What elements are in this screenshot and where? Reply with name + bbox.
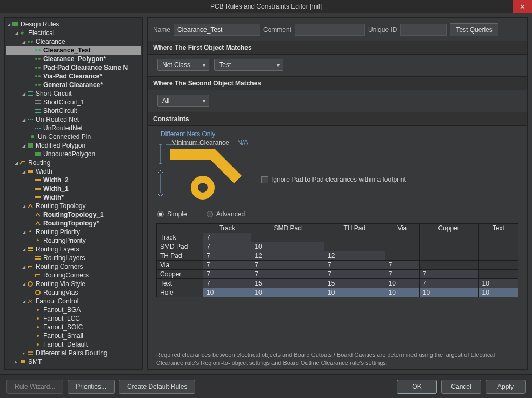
tree-clearance-test[interactable]: Clearance_Test (6, 46, 141, 55)
tree-short-circuit-item[interactable]: ShortCircuit (6, 107, 141, 115)
tree-routing-vias[interactable]: RoutingVias (6, 288, 141, 297)
tree-unrouted-item[interactable]: UnRoutedNet (6, 124, 141, 132)
tree-general-clearance[interactable]: General Clearance* (6, 81, 141, 89)
comment-input[interactable] (295, 24, 365, 36)
apply-button[interactable]: Apply (486, 380, 526, 394)
clearance-diagram: Minimum Clearance N/A (156, 141, 254, 206)
tree-fanout-soic[interactable]: Fanout_SOIC (6, 323, 141, 331)
tree-diff-pairs[interactable]: ▸Differential Pairs Routing (6, 349, 141, 357)
tree-unrouted[interactable]: ◢Un-Routed Net (6, 115, 141, 124)
tree-width-1[interactable]: Width_1 (6, 184, 141, 193)
matrix-empty-cell (419, 242, 478, 251)
tree-routing-topology-1[interactable]: RoutingTopology_1 (6, 210, 141, 219)
mode-simple-radio[interactable]: Simple (157, 210, 187, 218)
footer: Rule Wizard... Priorities... Create Defa… (0, 374, 532, 398)
matrix-cell[interactable]: 7 (203, 251, 251, 261)
matrix-cell[interactable]: 7 (324, 270, 385, 279)
ignore-pad-checkbox[interactable] (261, 176, 268, 183)
svg-point-10 (38, 75, 41, 77)
matrix-row: Via7777 (157, 261, 518, 270)
close-button[interactable]: ✕ (513, 0, 532, 13)
matrix-cell[interactable]: 10 (324, 288, 385, 297)
tree-routing[interactable]: ◢Routing (6, 158, 141, 167)
tree-modified-polygon[interactable]: ◢Modified Polygon (6, 141, 141, 150)
tree-routing-via-style[interactable]: ◢Routing Via Style (6, 280, 141, 288)
tree-width-2[interactable]: Width_2 (6, 176, 141, 184)
svg-point-2 (31, 41, 33, 43)
matrix-cell[interactable]: 7 (419, 279, 478, 288)
name-input[interactable] (174, 24, 260, 36)
tree-clearance[interactable]: ◢Clearance (6, 37, 141, 46)
tree-via-pad[interactable]: Via-Pad Clearance* (6, 72, 141, 81)
unique-id-input[interactable] (400, 24, 447, 36)
cancel-button[interactable]: Cancel (441, 380, 481, 394)
create-default-rules-button[interactable]: Create Default Rules (119, 380, 195, 394)
tree-routing-priority-item[interactable]: RoutingPriority (6, 236, 141, 245)
matrix-cell[interactable]: 12 (251, 251, 324, 261)
matrix-cell[interactable]: 7 (385, 270, 419, 279)
tree-short-circuit[interactable]: ◢Short-Circuit (6, 89, 141, 98)
tree-fanout[interactable]: ◢Fanout Control (6, 297, 141, 306)
matrix-cell[interactable]: 7 (385, 261, 419, 270)
first-match-type-dropdown[interactable]: Net Class (157, 59, 209, 71)
tree-fanout-bga[interactable]: Fanout_BGA (6, 306, 141, 314)
matrix-cell[interactable]: 7 (324, 261, 385, 270)
matrix-cell[interactable]: 7 (203, 270, 251, 279)
rules-tree[interactable]: ◢Design Rules ◢Electrical ◢Clearance Cle… (4, 17, 143, 370)
mode-advanced-radio[interactable]: Advanced (207, 210, 245, 218)
matrix-cell[interactable]: 7 (419, 270, 478, 279)
tree-routing-topology[interactable]: ◢Routing Topology (6, 202, 141, 210)
matrix-cell[interactable]: 7 (203, 279, 251, 288)
matrix-cell[interactable]: 7 (251, 261, 324, 270)
first-match-value-dropdown[interactable]: Test (214, 59, 283, 71)
tree-fanout-small[interactable]: Fanout_Small (6, 331, 141, 340)
matrix-cell[interactable]: 10 (203, 288, 251, 297)
tree-pad-pad[interactable]: Pad-Pad Clearance Same N (6, 63, 141, 72)
priorities-button[interactable]: Priorities... (68, 380, 115, 394)
test-queries-button[interactable]: Test Queries (450, 23, 498, 36)
svg-point-13 (31, 135, 34, 138)
matrix-cell[interactable]: 10 (419, 288, 478, 297)
matrix-row: Text7151510710 (157, 279, 518, 288)
svg-point-3 (35, 49, 37, 51)
tree-fanout-default[interactable]: Fanout_Default (6, 340, 141, 349)
matrix-cell[interactable]: 7 (203, 261, 251, 270)
tree-unpoured[interactable]: UnpouredPolygon (6, 150, 141, 158)
matrix-cell[interactable]: 7 (203, 233, 251, 242)
matrix-cell[interactable]: 10 (251, 242, 324, 251)
rule-wizard-button[interactable]: Rule Wizard... (6, 380, 63, 394)
tree-routing-layers[interactable]: ◢Routing Layers (6, 245, 141, 254)
routing-icon (19, 160, 26, 166)
svg-rect-17 (35, 179, 41, 181)
tree-width-star[interactable]: Width* (6, 193, 141, 202)
matrix-cell[interactable]: 10 (385, 279, 419, 288)
rule-icon (34, 211, 42, 218)
tree-routing-corners-item[interactable]: RoutingCorners (6, 271, 141, 280)
tree-fanout-lcc[interactable]: Fanout_LCC (6, 314, 141, 323)
matrix-cell[interactable]: 10 (251, 288, 324, 297)
tree-unconnected[interactable]: Un-Connected Pin (6, 132, 141, 141)
matrix-cell[interactable]: 12 (324, 251, 385, 261)
tree-width[interactable]: ◢Width (6, 167, 141, 176)
ok-button[interactable]: OK (397, 380, 437, 394)
matrix-cell[interactable]: 15 (251, 279, 324, 288)
rule-icon (34, 151, 42, 157)
second-match-type-dropdown[interactable]: All (157, 95, 209, 107)
tree-short-circuit-1[interactable]: ShortCircuit_1 (6, 98, 141, 107)
tree-root[interactable]: ◢Design Rules (6, 20, 141, 29)
tree-routing-priority[interactable]: ◢Routing Priority (6, 228, 141, 236)
tree-clearance-polygon[interactable]: Clearance_Polygon* (6, 55, 141, 63)
matrix-cell[interactable]: 7 (203, 242, 251, 251)
tree-smt[interactable]: ▸SMT (6, 357, 141, 366)
matrix-cell[interactable]: 7 (251, 270, 324, 279)
svg-point-11 (35, 84, 37, 86)
matrix-cell[interactable]: 15 (324, 279, 385, 288)
tree-routing-corners[interactable]: ◢Routing Corners (6, 262, 141, 271)
matrix-cell[interactable]: 10 (385, 288, 419, 297)
tree-electrical[interactable]: ◢Electrical (6, 29, 141, 37)
tree-routing-layers-item[interactable]: RoutingLayers (6, 254, 141, 262)
matrix-cell[interactable]: 10 (478, 288, 518, 297)
rule-icon (34, 324, 42, 330)
matrix-cell[interactable]: 10 (478, 279, 518, 288)
tree-routing-topology-star[interactable]: RoutingTopology* (6, 219, 141, 228)
